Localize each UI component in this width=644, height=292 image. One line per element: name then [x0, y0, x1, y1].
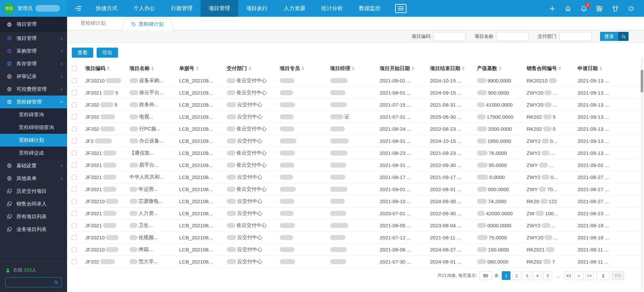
project-name-input[interactable]: [496, 32, 529, 41]
sidebar-item-里程碑查询[interactable]: 里程碑查询: [0, 108, 67, 121]
collapse-sidebar-icon[interactable]: [74, 0, 82, 17]
column-header-产值基数[interactable]: 产值基数: [477, 65, 527, 72]
chevron-right-icon: ›: [61, 61, 62, 66]
column-header-项目经理[interactable]: 项目经理: [330, 65, 380, 72]
redacted-blur: [227, 259, 236, 264]
page-button-5[interactable]: 5: [543, 271, 552, 280]
sidebar-item-库存管理[interactable]: 库存管理›: [0, 57, 67, 70]
sort-icon: [462, 66, 465, 70]
column-header-项目名称[interactable]: 项目名称: [129, 65, 179, 72]
tab-active[interactable]: 里程碑计划: [121, 18, 174, 30]
delivery-dept-input[interactable]: [559, 32, 592, 41]
sidebar-item-里程碑明细查询[interactable]: 里程碑明细查询: [0, 121, 67, 134]
row-checkbox[interactable]: [72, 187, 77, 192]
row-checkbox[interactable]: [72, 90, 77, 95]
page-button->>[interactable]: >>: [585, 271, 594, 280]
sidebar-item-业务项目列表[interactable]: 业务项目列表: [0, 223, 67, 236]
row-checkbox[interactable]: [72, 126, 77, 131]
page-size-input[interactable]: [479, 271, 492, 280]
nav-item-个人办公[interactable]: 个人办公: [125, 0, 163, 17]
row-checkbox[interactable]: [72, 102, 77, 107]
page-button->[interactable]: >: [575, 271, 583, 280]
row-checkbox[interactable]: [72, 163, 77, 168]
column-header-销售合同编号[interactable]: 销售合同编号: [527, 65, 578, 72]
search-icon[interactable]: [54, 280, 59, 285]
home-icon[interactable]: [565, 5, 572, 12]
table-cell: ZWY2...: [527, 150, 578, 156]
goto-page-input[interactable]: [597, 271, 609, 280]
sidebar-search-input[interactable]: [8, 280, 54, 285]
project-code-input[interactable]: [433, 32, 466, 41]
sidebar-item-所有项目列表[interactable]: 所有项目列表: [0, 210, 67, 223]
row-checkbox[interactable]: [72, 138, 77, 143]
table-cell: 云交付中心: [227, 210, 280, 217]
page-button-2[interactable]: 2: [512, 271, 521, 280]
column-header-交付部门[interactable]: 交付部门: [227, 65, 280, 72]
page-button-4[interactable]: 4: [533, 271, 542, 280]
sidebar-item-里程碑达成[interactable]: 里程碑达成: [0, 147, 67, 159]
grid-icon[interactable]: [596, 5, 603, 12]
row-checkbox[interactable]: [72, 247, 77, 252]
sidebar-item-里程碑计划[interactable]: 里程碑计划: [0, 134, 67, 147]
nav-item-快捷方式[interactable]: 快捷方式: [88, 0, 125, 17]
nav-item-行政管理[interactable]: 行政管理: [163, 0, 201, 17]
power-icon[interactable]: [628, 5, 635, 12]
sidebar-item-label: 采购管理: [16, 48, 37, 54]
view-button[interactable]: 查看: [72, 48, 93, 58]
sidebar-item-项目管理[interactable]: 项目管理: [0, 17, 67, 32]
sidebar-item-里程碑管理[interactable]: 里程碑管理›: [0, 96, 67, 108]
avatar[interactable]: 理员: [3, 3, 15, 14]
nav-item-人力资源[interactable]: 人力资源: [276, 0, 313, 17]
table-cell: ZWY20...: [527, 138, 578, 144]
redacted-blur: [280, 175, 293, 180]
redacted-blur: [540, 199, 548, 204]
sidebar-item-可控费用管理[interactable]: 可控费用管理›: [0, 83, 67, 96]
table-cell: [280, 259, 330, 264]
go-button[interactable]: GO: [612, 271, 624, 280]
page-button-1[interactable]: 1: [502, 271, 511, 280]
column-header-项目结束日期[interactable]: 项目结束日期: [430, 65, 477, 72]
sidebar-item-评审记录[interactable]: 评审记录›: [0, 70, 67, 83]
shirt-icon[interactable]: [612, 5, 619, 12]
row-checkbox[interactable]: [72, 151, 77, 156]
more-menu-icon[interactable]: [395, 4, 407, 13]
plus-icon[interactable]: [549, 5, 556, 12]
sidebar-item-基础设置[interactable]: 基础设置›: [0, 159, 67, 172]
column-header-单据号[interactable]: 单据号: [179, 65, 227, 72]
redacted-blur: [106, 78, 121, 83]
sidebar-item-销售合同录入[interactable]: 销售合同录入: [0, 197, 67, 210]
page-button-3[interactable]: 3: [523, 271, 531, 280]
redacted-blur: [477, 151, 488, 156]
column-header-项目专员[interactable]: 项目专员: [280, 65, 330, 72]
row-checkbox[interactable]: [72, 199, 77, 204]
column-header-项目开始日期[interactable]: 项目开始日期: [380, 65, 430, 72]
row-checkbox[interactable]: [72, 223, 77, 228]
column-header-申请日期[interactable]: 申请日期: [578, 65, 622, 72]
table-cell: 2021-09-13 ...: [578, 114, 622, 120]
row-checkbox[interactable]: [72, 235, 77, 240]
row-checkbox[interactable]: [72, 211, 77, 216]
sidebar-item-历史交付项目[interactable]: 历史交付项目: [0, 185, 67, 197]
page-button-43[interactable]: 43: [564, 271, 573, 280]
nav-item-项目管理[interactable]: 项目管理: [201, 0, 238, 17]
row-checkbox[interactable]: [72, 175, 77, 180]
table-cell: 2021-07-31 ...: [380, 114, 430, 120]
nav-item-项目执行[interactable]: 项目执行: [238, 0, 276, 17]
redacted-blur: [106, 247, 118, 252]
sidebar-item-采购管理[interactable]: 采购管理›: [0, 45, 67, 57]
sidebar-item-项目管理[interactable]: 项目管理›: [0, 32, 67, 45]
search-button[interactable]: 搜索: [600, 32, 629, 41]
bell-icon[interactable]: 1: [580, 5, 587, 12]
row-checkbox[interactable]: [72, 114, 77, 119]
scrollbar-track[interactable]: [641, 57, 643, 290]
page-buttons: 12345...43>>>: [502, 271, 594, 280]
export-button[interactable]: 导出: [97, 48, 118, 58]
nav-item-数据监控[interactable]: 数据监控: [351, 0, 388, 17]
nav-item-统计分析[interactable]: 统计分析: [313, 0, 351, 17]
select-all-checkbox[interactable]: [72, 66, 77, 71]
sidebar-item-其他表单[interactable]: 其他表单›: [0, 172, 67, 185]
scrollbar-thumb[interactable]: [641, 70, 643, 93]
row-checkbox[interactable]: [72, 78, 77, 83]
column-header-项目编码[interactable]: 项目编码: [85, 65, 129, 72]
row-checkbox[interactable]: [72, 259, 77, 264]
